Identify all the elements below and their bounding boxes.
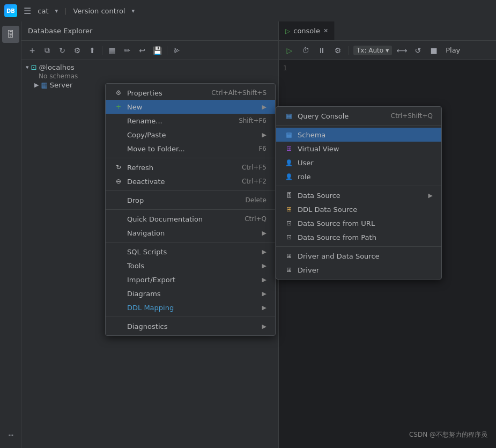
role-label: role xyxy=(298,173,433,181)
copy-btn[interactable]: ⧉ xyxy=(41,44,54,57)
menu-item-new[interactable]: + New ▶ xyxy=(106,100,275,114)
user-icon: 👤 xyxy=(285,158,293,167)
tree-host-item[interactable]: ▾ ⊡ @localhos xyxy=(21,62,278,72)
move-icon xyxy=(114,144,123,153)
query-console-icon: ▦ xyxy=(285,112,293,120)
menu-item-properties[interactable]: ⚙ Properties Ctrl+Alt+Shift+S xyxy=(106,86,275,100)
pause-btn[interactable]: ⏸ xyxy=(315,44,328,57)
import-export-icon xyxy=(114,275,123,284)
driver-label: Driver xyxy=(298,266,433,274)
refresh-label: Refresh xyxy=(127,164,238,172)
driver-data-source-icon: ⊞ xyxy=(285,252,293,260)
data-source-path-icon: ⊡ xyxy=(285,233,293,241)
menu-item-diagnostics[interactable]: Diagnostics ▶ xyxy=(106,319,275,333)
driver-icon: ⊞ xyxy=(285,266,293,274)
console-tab-label: console xyxy=(293,27,320,35)
db-panel-title: Database Explorer xyxy=(28,27,92,35)
menu-item-ddl-data-source[interactable]: ⊞ DDL Data Source xyxy=(276,202,441,216)
menu-item-user[interactable]: 👤 User xyxy=(276,156,441,170)
add-btn[interactable]: + xyxy=(26,44,39,57)
import-btn[interactable]: ⬆ xyxy=(86,44,99,57)
tree-chevron-server: ▶ xyxy=(34,82,39,89)
menu-item-move-to-folder[interactable]: Move to Folder... F6 xyxy=(106,142,275,156)
deactivate-shortcut: Ctrl+F2 xyxy=(242,178,266,185)
properties-icon: ⚙ xyxy=(114,89,123,97)
ddl-mapping-icon xyxy=(114,303,123,312)
menu-item-query-console[interactable]: ▦ Query Console Ctrl+Shift+Q xyxy=(276,109,441,123)
menu-item-ddl-mapping[interactable]: DDL Mapping ▶ xyxy=(106,300,275,314)
refresh-shortcut: Ctrl+F5 xyxy=(242,164,266,171)
console-settings-btn[interactable]: ⚙ xyxy=(331,44,344,57)
menu-item-navigation[interactable]: Navigation ▶ xyxy=(106,226,275,240)
undo-btn[interactable]: ↩ xyxy=(136,44,149,57)
menu-item-role[interactable]: 👤 role xyxy=(276,170,441,183)
edit-btn[interactable]: ✏ xyxy=(121,44,134,57)
tools-icon xyxy=(114,261,123,270)
menu-item-driver[interactable]: ⊞ Driver xyxy=(276,263,441,277)
menu-item-import-export[interactable]: Import/Export ▶ xyxy=(106,273,275,287)
menu-item-data-source[interactable]: 🗄 Data Source ▶ xyxy=(276,188,441,202)
console-tab[interactable]: ▷ console ✕ xyxy=(279,21,335,40)
menu-item-data-source-url[interactable]: ⊡ Data Source from URL xyxy=(276,216,441,230)
menu-item-rename[interactable]: Rename... Shift+F6 xyxy=(106,114,275,128)
ddl-mapping-label: DDL Mapping xyxy=(127,304,256,312)
stop-btn[interactable]: ■ xyxy=(427,44,440,57)
history-btn[interactable]: ⏱ xyxy=(299,44,312,57)
menu-item-driver-data-source[interactable]: ⊞ Driver and Data Source xyxy=(276,249,441,263)
tree-no-schemas: No schemas xyxy=(21,72,278,80)
sql-scripts-arrow: ▶ xyxy=(262,248,266,255)
filter-btn[interactable]: ⫸ xyxy=(171,44,183,57)
menu-sep-5 xyxy=(106,317,275,317)
menu-item-quick-doc[interactable]: Quick Documentation Ctrl+Q xyxy=(106,212,275,226)
play-label[interactable]: Play xyxy=(446,46,460,54)
new-label: New xyxy=(127,103,256,111)
data-source-label: Data Source xyxy=(298,192,422,200)
save-btn[interactable]: 💾 xyxy=(151,44,164,57)
menu-sep-3 xyxy=(106,209,275,210)
sidebar-icon-dots[interactable]: ··· xyxy=(2,427,19,444)
menu-item-tools[interactable]: Tools ▶ xyxy=(106,259,275,273)
table-btn[interactable]: ▦ xyxy=(106,44,119,57)
tx-dropdown-icon: ▾ xyxy=(386,47,389,54)
refresh-btn[interactable]: ↻ xyxy=(56,44,69,57)
menu-item-sql-scripts[interactable]: SQL Scripts ▶ xyxy=(106,245,275,259)
properties-shortcut: Ctrl+Alt+Shift+S xyxy=(211,89,266,97)
console-toolbar: ▷ ⏱ ⏸ ⚙ Tx: Auto ▾ ⟷ ↺ ■ Play xyxy=(279,41,496,60)
tx-dropdown[interactable]: Tx: Auto ▾ xyxy=(353,46,392,55)
role-icon: 👤 xyxy=(285,172,293,181)
console-tab-icon: ▷ xyxy=(285,27,290,35)
ddl-data-source-label: DDL Data Source xyxy=(298,205,433,214)
console-tab-bar: ▷ console ✕ xyxy=(279,21,496,41)
menu-item-data-source-path[interactable]: ⊡ Data Source from Path xyxy=(276,230,441,244)
refresh-icon: ↻ xyxy=(114,163,123,172)
menu-item-schema[interactable]: ▦ Schema xyxy=(276,128,441,142)
toolbar-sep-2 xyxy=(167,46,167,55)
settings-btn[interactable]: ⚙ xyxy=(71,44,84,57)
vc-dropdown-icon[interactable]: ▾ xyxy=(131,8,135,14)
console-tab-close[interactable]: ✕ xyxy=(323,27,328,34)
project-dropdown-icon[interactable]: ▾ xyxy=(55,8,58,14)
db-panel-header: Database Explorer xyxy=(21,21,278,41)
tree-server-icon: ▦ xyxy=(41,81,47,89)
quick-doc-label: Quick Documentation xyxy=(127,215,240,223)
user-label: User xyxy=(298,159,433,167)
conn-btn[interactable]: ⟷ xyxy=(395,44,408,57)
menu-item-deactivate[interactable]: ⊖ Deactivate Ctrl+F2 xyxy=(106,174,275,188)
db-toolbar: + ⧉ ↻ ⚙ ⬆ ▦ ✏ ↩ 💾 ⫸ xyxy=(21,41,278,60)
sidebar-icon-database[interactable]: 🗄 xyxy=(2,26,19,43)
import-export-label: Import/Export xyxy=(127,276,256,284)
run-btn[interactable]: ▷ xyxy=(283,44,296,57)
menu-item-refresh[interactable]: ↻ Refresh Ctrl+F5 xyxy=(106,160,275,174)
menu-item-drop[interactable]: Drop Delete xyxy=(106,193,275,207)
menu-item-virtual-view[interactable]: ⊞ Virtual View xyxy=(276,142,441,156)
quick-doc-shortcut: Ctrl+Q xyxy=(245,215,266,223)
console-sep-1 xyxy=(349,46,349,55)
query-console-label: Query Console xyxy=(298,112,387,120)
rollback-btn[interactable]: ↺ xyxy=(411,44,424,57)
hamburger-icon[interactable]: ☰ xyxy=(24,6,31,16)
drop-icon xyxy=(114,196,123,204)
menu-item-diagrams[interactable]: Diagrams ▶ xyxy=(106,287,275,300)
diagrams-label: Diagrams xyxy=(127,290,256,298)
menu-item-copy-paste[interactable]: Copy/Paste ▶ xyxy=(106,128,275,142)
toolbar-sep-1 xyxy=(102,46,102,55)
